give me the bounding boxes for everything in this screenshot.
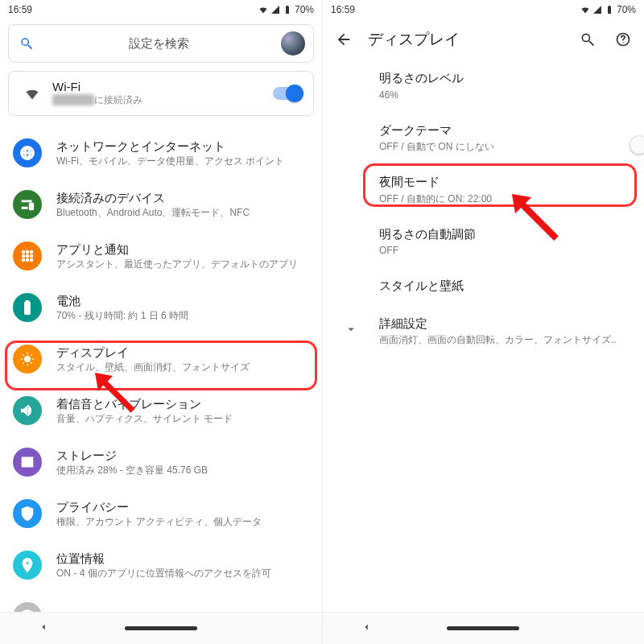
wifi-sub: xxxxxxxxに接続済み — [52, 93, 273, 107]
settings-row-storage[interactable]: ストレージ使用済み 28% - 空き容量 45.76 GB — [0, 436, 322, 488]
svg-rect-11 — [22, 457, 32, 460]
option-sub: OFF — [379, 243, 628, 258]
display-option[interactable]: ダークテーマOFF / 自動で ON にしない — [323, 112, 644, 164]
option-title: 夜間モード — [379, 173, 628, 192]
row-sub: スタイル、壁紙、画面消灯、フォントサイズ — [56, 361, 309, 374]
settings-row-sound[interactable]: 着信音とバイブレーション音量、ハプティクス、サイレント モード — [0, 385, 322, 436]
display-option[interactable]: 明るさの自動調節OFF — [323, 216, 644, 268]
svg-point-6 — [30, 254, 32, 257]
battery-percent: 70% — [617, 4, 636, 15]
row-sub: 使用済み 28% - 空き容量 45.76 GB — [56, 464, 309, 477]
svg-point-7 — [22, 258, 24, 261]
search-icon — [17, 36, 36, 51]
row-sub: Wi-Fi、モバイル、データ使用量、アクセス ポイント — [56, 155, 309, 168]
row-title: 位置情報 — [56, 550, 309, 567]
svg-point-2 — [26, 250, 28, 253]
nav-bar — [323, 612, 644, 644]
svg-rect-12 — [22, 460, 32, 463]
svg-point-9 — [30, 258, 32, 261]
settings-row-globe[interactable]: ネットワークとインターネットWi-Fi、モバイル、データ使用量、アクセス ポイン… — [0, 127, 322, 179]
settings-row-display[interactable]: ディスプレイスタイル、壁紙、画面消灯、フォントサイズ — [0, 333, 322, 385]
search-bar[interactable]: 設定を検索 — [8, 24, 314, 63]
row-sub: 権限、アカウント アクティビティ、個人データ — [56, 515, 309, 529]
svg-rect-14 — [608, 9, 610, 14]
display-option[interactable]: 夜間モードOFF / 自動的に ON: 22:00 — [323, 163, 644, 216]
svg-rect-0 — [286, 9, 288, 14]
battery-percent: 70% — [295, 4, 314, 15]
row-title: ネットワークとインターネット — [56, 138, 309, 155]
row-title: 電池 — [56, 292, 309, 309]
status-bar: 16:59 70% — [323, 0, 644, 19]
option-sub: 46% — [379, 88, 628, 102]
help-button[interactable] — [612, 28, 634, 51]
row-title: ディスプレイ — [56, 344, 309, 361]
cell-signal-icon — [270, 5, 280, 14]
settings-row-battery[interactable]: 電池70% - 残り時間: 約 1 日 6 時間 — [0, 282, 322, 333]
location-icon — [13, 551, 42, 580]
page-title: ディスプレイ — [368, 29, 564, 50]
svg-point-5 — [26, 254, 28, 257]
back-button[interactable] — [332, 28, 355, 51]
clock: 16:59 — [8, 4, 258, 15]
display-option[interactable]: 明るさのレベル46% — [323, 60, 644, 112]
display-option[interactable]: 詳細設定画面消灯、画面の自動回転、カラー、フォントサイズ.. — [323, 305, 644, 357]
nav-bar — [0, 612, 322, 644]
wifi-signal-icon — [258, 5, 268, 14]
settings-main-pane: 16:59 70% 設定を検索 Wi-Fi xxxxxxxxに接続済み — [0, 0, 322, 644]
wifi-title: Wi-Fi — [52, 80, 273, 93]
nav-home-pill[interactable] — [447, 626, 519, 630]
wifi-card[interactable]: Wi-Fi xxxxxxxxに接続済み — [8, 71, 314, 116]
settings-row-devices[interactable]: 接続済みのデバイスBluetooth、Android Auto、運転モード、NF… — [0, 179, 322, 230]
settings-list: ネットワークとインターネットWi-Fi、モバイル、データ使用量、アクセス ポイン… — [0, 127, 322, 642]
apps-icon — [13, 242, 42, 270]
display-option[interactable]: スタイルと壁紙 — [323, 267, 644, 305]
option-title: スタイルと壁紙 — [379, 277, 628, 295]
battery-icon — [605, 5, 614, 14]
svg-point-8 — [26, 258, 28, 261]
settings-row-apps[interactable]: アプリと通知アシスタント、最近使ったアプリ、デフォルトのアプリ — [0, 230, 322, 282]
display-settings-pane: 16:59 70% ディスプレイ 明るさのレベル46%ダークテーマOFF / 自… — [322, 0, 644, 644]
option-title: 明るさのレベル — [379, 69, 628, 88]
option-sub: 画面消灯、画面の自動回転、カラー、フォントサイズ.. — [379, 332, 628, 347]
clock: 16:59 — [331, 4, 580, 15]
cell-signal-icon — [592, 5, 602, 14]
search-placeholder: 設定を検索 — [36, 36, 281, 52]
status-icons: 70% — [580, 4, 636, 15]
display-options-list: 明るさのレベル46%ダークテーマOFF / 自動で ON にしない夜間モードOF… — [323, 60, 644, 357]
settings-row-privacy[interactable]: プライバシー権限、アカウント アクティビティ、個人データ — [0, 488, 322, 539]
nav-back-icon[interactable] — [361, 621, 372, 636]
option-sub: OFF / 自動で ON にしない — [379, 139, 628, 154]
battery-icon — [283, 5, 292, 14]
wifi-toggle[interactable] — [273, 87, 302, 100]
option-sub: OFF / 自動的に ON: 22:00 — [379, 192, 628, 206]
display-icon — [13, 345, 42, 374]
storage-icon — [13, 448, 42, 477]
option-title: 明るさの自動調節 — [379, 225, 628, 244]
battery-icon — [13, 293, 42, 322]
avatar[interactable] — [281, 31, 305, 56]
svg-point-1 — [22, 250, 24, 253]
option-title: 詳細設定 — [379, 315, 628, 333]
globe-icon — [13, 138, 42, 167]
svg-point-16 — [622, 43, 623, 43]
search-button[interactable] — [576, 28, 599, 51]
row-sub: アシスタント、最近使ったアプリ、デフォルトのアプリ — [56, 258, 309, 271]
row-title: アプリと通知 — [56, 241, 309, 258]
option-title: ダークテーマ — [379, 122, 628, 140]
nav-back-icon[interactable] — [38, 621, 49, 636]
status-icons: 70% — [258, 4, 314, 15]
row-sub: ON - 4 個のアプリに位置情報へのアクセスを許可 — [56, 567, 309, 580]
svg-point-10 — [25, 357, 31, 362]
row-title: ストレージ — [56, 447, 309, 464]
header: ディスプレイ — [323, 19, 644, 60]
chevron-down-icon — [344, 322, 358, 340]
svg-point-3 — [30, 250, 32, 253]
privacy-icon — [13, 499, 42, 528]
row-title: 着信音とバイブレーション — [56, 395, 309, 412]
row-title: プライバシー — [56, 498, 309, 515]
wifi-icon — [20, 85, 44, 101]
nav-home-pill[interactable] — [125, 626, 197, 630]
svg-rect-13 — [22, 464, 32, 467]
settings-row-location[interactable]: 位置情報ON - 4 個のアプリに位置情報へのアクセスを許可 — [0, 539, 322, 591]
svg-point-4 — [22, 254, 24, 257]
